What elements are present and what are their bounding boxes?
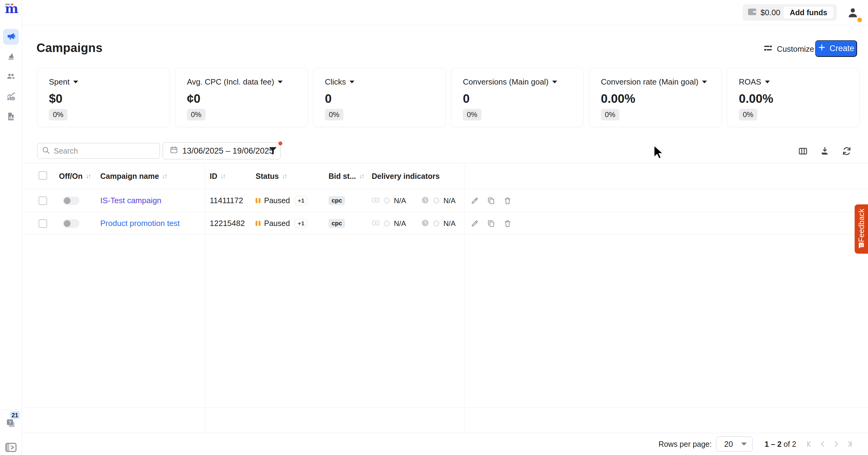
metric-change-badge: 0%	[325, 109, 343, 120]
edit-icon[interactable]	[471, 220, 479, 227]
expand-sidebar-icon[interactable]	[5, 442, 17, 454]
first-page-icon[interactable]	[805, 439, 814, 449]
budget-indicator-icon	[372, 196, 380, 205]
select-all-checkbox[interactable]	[39, 171, 47, 180]
user-menu-icon[interactable]	[847, 7, 858, 18]
campaign-toggle[interactable]	[63, 197, 79, 205]
chevron-down-icon	[278, 81, 283, 83]
balance-amount: $0.00	[761, 8, 780, 17]
metric-change-badge: 0%	[49, 109, 67, 120]
column-header-off-on[interactable]: Off/On↓↑	[59, 163, 90, 189]
duplicate-icon[interactable]	[487, 220, 495, 227]
page-range-label: 1 – 2 of 2	[765, 440, 796, 449]
columns-icon[interactable]	[798, 146, 808, 156]
metric-value: 0	[325, 92, 332, 106]
help-chat-icon[interactable]: ?	[5, 418, 17, 431]
time-indicator-icon	[421, 219, 429, 228]
metric-selector[interactable]: Avg. CPC (Incl. data fee)	[187, 77, 283, 87]
column-header-delivery-indicators: Delivery indicators	[372, 163, 440, 189]
sidebar-item-reports[interactable]	[3, 109, 19, 125]
feedback-tab[interactable]: Feedback	[855, 204, 868, 254]
kpi-card-spent: Spent $0 0%	[37, 68, 170, 127]
table-header: Off/On↓↑ Campaign name↓↑ ID↓↑ Status↓↑ B…	[22, 163, 868, 189]
date-range-value: 13/06/2025 – 19/06/2025	[182, 146, 274, 156]
row-checkbox[interactable]	[39, 197, 47, 205]
budget-progress-ring	[383, 220, 390, 227]
status-label: Paused	[264, 219, 290, 228]
wallet-icon	[748, 8, 757, 17]
column-header-campaign-name[interactable]: Campaign name↓↑	[100, 163, 166, 189]
last-page-icon[interactable]	[845, 439, 854, 449]
edit-icon[interactable]	[471, 197, 479, 205]
metric-change-badge: 0%	[739, 109, 757, 120]
delete-icon[interactable]	[504, 197, 512, 205]
metric-value: 0.00%	[739, 92, 773, 106]
customize-button[interactable]: Customize	[764, 44, 814, 54]
metric-value: 0	[463, 92, 470, 106]
previous-page-icon[interactable]	[818, 439, 827, 449]
add-funds-button[interactable]: Add funds	[783, 6, 834, 19]
sidebar-item-audiences[interactable]	[3, 69, 19, 85]
kpi-card-roas: ROAS 0.00% 0%	[727, 68, 860, 127]
metric-value: ¢0	[187, 92, 200, 106]
sidebar-item-creatives[interactable]	[3, 49, 19, 64]
delete-icon[interactable]	[504, 220, 512, 227]
column-header-status[interactable]: Status↓↑	[256, 163, 286, 189]
filter-button[interactable]	[268, 145, 280, 157]
refresh-icon[interactable]	[842, 146, 851, 156]
duplicate-icon[interactable]	[487, 197, 495, 205]
status-extra-badge[interactable]: +1	[295, 219, 308, 228]
chevron-down-icon	[349, 81, 354, 83]
status-label: Paused	[264, 196, 290, 205]
svg-text:?: ?	[8, 420, 11, 425]
date-range-button[interactable]: 13/06/2025 – 19/06/2025	[163, 142, 281, 160]
kpi-card-conversions: Conversions (Main goal) 0 0%	[451, 68, 584, 127]
app-screen: m $ 21 ?	[0, 0, 868, 455]
sort-icon: ↓↑	[162, 172, 166, 180]
kpi-card-avg-cpc: Avg. CPC (Incl. data fee) ¢0 0%	[175, 68, 308, 127]
paused-status-icon	[256, 221, 260, 226]
select-all-cell	[39, 163, 47, 186]
budget-indicator-value: N/A	[394, 197, 406, 205]
time-progress-ring	[433, 197, 439, 204]
column-header-id[interactable]: ID↓↑	[210, 163, 225, 189]
download-icon[interactable]	[820, 146, 830, 156]
metric-value: $0	[49, 92, 63, 106]
chevron-down-icon	[702, 81, 707, 83]
status-extra-badge[interactable]: +1	[295, 196, 308, 205]
create-button[interactable]: Create	[815, 40, 857, 57]
row-checkbox[interactable]	[39, 219, 47, 228]
campaign-id: 12215482	[210, 219, 245, 228]
campaign-toggle[interactable]	[63, 219, 79, 228]
chevron-down-icon	[73, 81, 78, 83]
metric-selector[interactable]: Clicks	[325, 77, 354, 87]
campaign-name-link[interactable]: IS-Test campaign	[100, 196, 161, 205]
budget-indicator-value: N/A	[394, 219, 406, 228]
bid-type-chip: cpc	[329, 219, 345, 228]
balance-pill: $0.00 Add funds	[743, 4, 837, 21]
metric-selector[interactable]: Conversion rate (Main goal)	[601, 77, 707, 87]
pager-controls	[805, 439, 854, 449]
sidebar: m $ 21 ?	[0, 0, 22, 455]
feedback-chat-icon	[858, 242, 865, 250]
kpi-card-conversion-rate: Conversion rate (Main goal) 0.00% 0%	[589, 68, 722, 127]
metric-selector[interactable]: ROAS	[739, 77, 770, 87]
customize-icon	[764, 44, 773, 54]
metric-selector[interactable]: Conversions (Main goal)	[463, 77, 557, 87]
sidebar-item-statistics[interactable]: $	[3, 89, 19, 105]
metric-selector[interactable]: Spent	[49, 77, 78, 87]
sidebar-item-campaigns[interactable]	[3, 29, 19, 45]
pagination-bar: Rows per page: 20 1 – 2 of 2	[22, 433, 868, 455]
brand-logo[interactable]: m	[5, 2, 17, 17]
rows-per-page-select[interactable]: 20	[716, 436, 752, 452]
next-page-icon[interactable]	[832, 439, 841, 449]
column-header-bid-strategy[interactable]: Bid st...↓↑	[329, 163, 364, 189]
bid-type-chip: cpc	[329, 196, 345, 205]
metric-value: 0.00%	[601, 92, 635, 106]
sidebar-divider	[2, 409, 19, 410]
metric-change-badge: 0%	[601, 109, 619, 120]
campaign-name-link[interactable]: Product promotion test	[100, 219, 180, 228]
search-input[interactable]	[54, 147, 155, 155]
metric-change-badge: 0%	[187, 109, 206, 120]
plus-icon	[818, 44, 826, 54]
